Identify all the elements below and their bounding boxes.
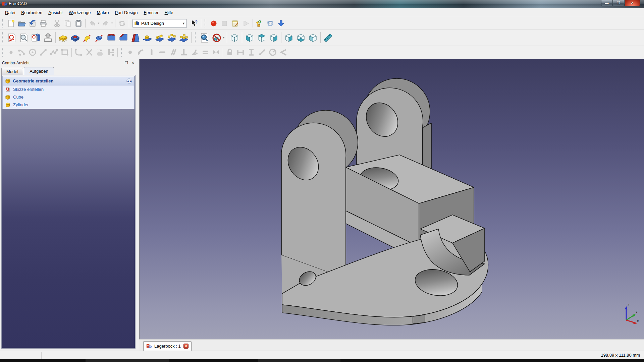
web-refresh-icon — [266, 19, 274, 27]
redo-dropdown: ▼ — [110, 22, 114, 25]
collapse-chevron-icon[interactable]: ▲▲ — [126, 78, 132, 84]
menu-bearbeiten[interactable]: Bearbeiten — [18, 9, 45, 16]
map-sketch-button[interactable] — [30, 32, 42, 44]
toolbar-handle[interactable] — [121, 48, 124, 57]
toolbar-handle[interactable] — [2, 19, 5, 28]
tab-close-icon[interactable]: ✕ — [183, 344, 189, 349]
document-tab-lagerbock[interactable]: Lagerbock : 1 ✕ — [143, 341, 192, 351]
view-sketch-button[interactable] — [18, 32, 30, 44]
workbench-value: Part Design — [141, 21, 182, 26]
menu-ansicht[interactable]: Ansicht — [45, 9, 66, 16]
menu-werkzeuge[interactable]: Werkzeuge — [66, 9, 94, 16]
tab-model[interactable]: Model — [1, 68, 23, 75]
horizontal-icon — [158, 48, 167, 57]
create-sketch-button[interactable] — [6, 32, 18, 44]
paste-button[interactable] — [73, 18, 84, 28]
multi-transform-button[interactable] — [178, 32, 190, 44]
view-bottom-button[interactable] — [295, 32, 307, 44]
draw-style-dropdown[interactable]: ▼ — [222, 36, 225, 39]
chamfer-button[interactable] — [117, 32, 129, 44]
polar-pattern-button[interactable] — [166, 32, 178, 44]
restore-button[interactable]: ❐ — [613, 0, 624, 6]
menu-datei[interactable]: Datei — [2, 9, 18, 16]
leave-sketch-button[interactable] — [42, 32, 54, 44]
rear-view-icon — [284, 33, 294, 43]
right-view-icon — [269, 33, 279, 43]
linear-pattern-button[interactable] — [154, 32, 166, 44]
menu-makro[interactable]: Makro — [94, 9, 112, 16]
mirrored-button[interactable] — [142, 32, 154, 44]
print-button[interactable] — [38, 18, 49, 28]
menu-fenster[interactable]: Fenster — [141, 9, 161, 16]
view-rear-button[interactable] — [283, 32, 295, 44]
toolbar-handle[interactable] — [195, 32, 198, 43]
macro-stop-button — [219, 18, 230, 28]
separator — [85, 19, 86, 28]
download-button[interactable] — [276, 18, 286, 28]
macro-edit-button[interactable] — [230, 18, 240, 28]
view-front-button[interactable] — [244, 32, 256, 44]
float-panel-icon[interactable]: ❐ — [124, 60, 129, 65]
view-axonometric-button[interactable] — [228, 32, 240, 44]
toolbar-handle[interactable] — [205, 19, 207, 28]
model-lagerbock[interactable] — [269, 77, 497, 325]
workbench-selector[interactable]: Part Design ▼ — [132, 19, 187, 28]
draw-style-button[interactable] — [211, 32, 223, 44]
measure-button[interactable] — [322, 32, 334, 44]
leave-sketch-icon — [43, 33, 53, 43]
task-item-skizze[interactable]: Skizze erstellen — [3, 85, 134, 93]
draft-button[interactable] — [129, 32, 142, 44]
revolution-button[interactable] — [81, 32, 93, 44]
print-icon — [39, 19, 47, 27]
new-button[interactable] — [6, 18, 16, 28]
task-item-zylinder[interactable]: Zylinder — [3, 101, 134, 109]
task-panel: Geometrie erstellen ▲▲ Skizze erstellen … — [1, 75, 136, 349]
minimize-button[interactable]: ▬ — [601, 0, 612, 6]
axis-label-y: y — [636, 309, 638, 313]
sketch-icon — [5, 87, 10, 92]
toolbar-handle[interactable] — [2, 48, 5, 57]
view-right-button[interactable] — [268, 32, 280, 44]
save-button[interactable] — [27, 18, 38, 28]
menu-part-design[interactable]: Part Design — [112, 9, 141, 16]
viewport-3d[interactable]: z y x — [139, 59, 644, 339]
document-tab-bar: Lagerbock : 1 ✕ — [139, 339, 644, 351]
python-help-button[interactable]: ? — [254, 18, 265, 28]
menu-hilfe[interactable]: Hilfe — [162, 9, 176, 16]
open-folder-icon — [18, 19, 26, 27]
constraint-tangent-button — [189, 47, 200, 57]
edit-macro-icon — [231, 19, 239, 27]
pad-button[interactable] — [57, 32, 69, 44]
tab-aufgaben[interactable]: Aufgaben — [24, 67, 54, 75]
sketch-line-button — [38, 47, 49, 57]
fillet-button[interactable] — [105, 32, 117, 44]
dimension-readout: 198.89 x 111.80 mm — [601, 353, 640, 358]
open-button[interactable] — [16, 18, 27, 28]
macro-record-button[interactable] — [208, 18, 219, 28]
close-button[interactable]: ✕ — [625, 0, 640, 6]
fit-all-button[interactable] — [199, 32, 211, 44]
task-group-header[interactable]: Geometrie erstellen ▲▲ — [3, 77, 134, 85]
document-tab-label: Lagerbock : 1 — [154, 344, 181, 349]
view-top-button[interactable] — [256, 32, 268, 44]
close-panel-icon[interactable]: ✕ — [130, 60, 136, 65]
toolbar-handle[interactable] — [2, 32, 5, 43]
sketch-arc-button — [16, 47, 27, 57]
macro-play-button — [240, 18, 251, 28]
sketch-point-button — [6, 47, 16, 57]
constraint-equal-button — [200, 47, 211, 57]
taskbar-edge — [0, 359, 644, 362]
measure-ruler-icon — [323, 33, 333, 43]
mirrored-icon — [143, 33, 153, 43]
view-left-button[interactable] — [307, 32, 319, 44]
circle-icon — [28, 48, 37, 57]
task-item-cube[interactable]: Cube — [3, 93, 134, 101]
whats-this-button[interactable]: ? — [189, 18, 200, 28]
angle-icon — [279, 48, 288, 57]
polar-pattern-icon — [167, 33, 177, 43]
vertical-icon — [147, 48, 156, 57]
groove-button[interactable] — [93, 32, 105, 44]
pocket-button[interactable] — [69, 32, 81, 44]
whats-this-icon: ? — [190, 19, 198, 27]
web-refresh-button[interactable] — [265, 18, 276, 28]
